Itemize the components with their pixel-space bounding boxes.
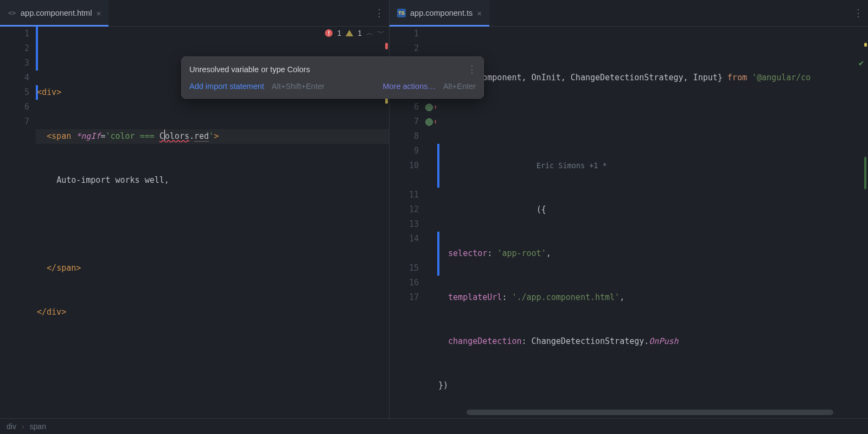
- code-line: Auto-import works well,: [36, 173, 389, 188]
- change-stripe[interactable]: [864, 157, 866, 189]
- code-line: import {Component, OnInit, ChangeDetecti…: [437, 71, 868, 85]
- inspection-widget[interactable]: ! 1 1 ︿ ﹀: [325, 28, 385, 38]
- error-icon: !: [325, 29, 333, 37]
- warning-count: 1: [358, 29, 362, 37]
- tab-app-component-html[interactable]: <> app.component.html ×: [0, 0, 108, 26]
- tab-more-button[interactable]: ⋮: [848, 0, 868, 26]
- code-line: templateUrl: './app.component.html',: [437, 290, 868, 305]
- horizontal-scrollbar[interactable]: [467, 410, 833, 415]
- code-line: [36, 217, 389, 232]
- right-tabbar: TS app.component.ts × ⋮: [390, 0, 868, 27]
- warning-stripe[interactable]: [864, 43, 867, 47]
- code-line: selector: 'app-root',: [437, 246, 868, 261]
- close-icon[interactable]: ×: [477, 9, 482, 18]
- tab-more-button[interactable]: ⋮: [369, 0, 389, 26]
- left-gutter: 1234567: [0, 27, 36, 418]
- warning-icon: [346, 30, 353, 36]
- vcs-mark-icon[interactable]: [425, 118, 433, 126]
- code-line: </span>: [36, 261, 389, 276]
- close-icon[interactable]: ×: [96, 9, 101, 18]
- code-line: </div>: [36, 305, 389, 320]
- prev-highlight-button[interactable]: ︿: [366, 28, 373, 38]
- hint-more-menu[interactable]: ⋮: [467, 63, 477, 75]
- left-tabbar: <> app.component.html × ⋮: [0, 0, 389, 27]
- code-line: changeDetection: ChangeDetectionStrategy…: [437, 334, 868, 349]
- chevron-right-icon: ›: [22, 422, 24, 431]
- add-import-action[interactable]: Add import statement: [189, 82, 264, 91]
- hint-message: Unresolved variable or type Colors: [189, 65, 310, 74]
- more-actions-link[interactable]: More actions…: [382, 82, 436, 91]
- error-stripe[interactable]: [385, 43, 388, 49]
- tab-label: app.component.ts: [410, 9, 473, 17]
- breadcrumb-item[interactable]: span: [30, 422, 46, 431]
- no-problems-icon[interactable]: ✔: [859, 56, 864, 71]
- vcs-mark-icon[interactable]: [425, 104, 433, 111]
- code-line: ({: [437, 202, 868, 217]
- code-line: Eric Simons +1 *: [437, 158, 868, 173]
- error-count: 1: [337, 29, 341, 37]
- ts-file-icon: TS: [397, 9, 406, 17]
- code-line: [437, 114, 868, 129]
- breadcrumb: div › span: [0, 418, 868, 434]
- breadcrumb-item[interactable]: div: [7, 422, 16, 431]
- shortcut-label: Alt+Shift+Enter: [272, 82, 325, 91]
- tab-label: app.component.html: [21, 9, 92, 17]
- tab-app-component-ts[interactable]: TS app.component.ts ×: [390, 0, 489, 26]
- html-file-icon: <>: [8, 9, 16, 17]
- author-inlay[interactable]: Eric Simons +1 *: [537, 161, 607, 170]
- code-line: [36, 349, 389, 363]
- next-highlight-button[interactable]: ﹀: [378, 28, 385, 38]
- code-line: }): [437, 378, 868, 393]
- intention-hint-popup: Unresolved variable or type Colors ⋮ Add…: [181, 56, 484, 99]
- shortcut-label: Alt+Enter: [443, 82, 476, 91]
- code-line: <span *ngIf='color === Colors.red'>: [36, 129, 389, 144]
